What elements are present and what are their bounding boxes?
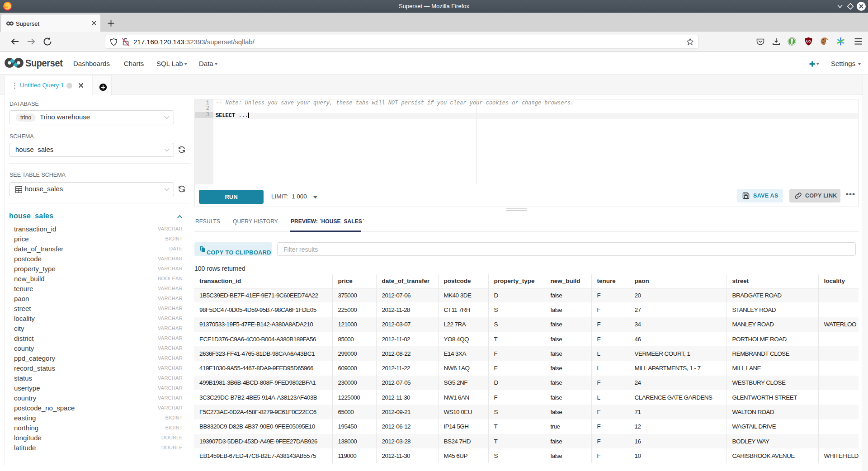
svg-text:UO: UO — [806, 40, 811, 43]
